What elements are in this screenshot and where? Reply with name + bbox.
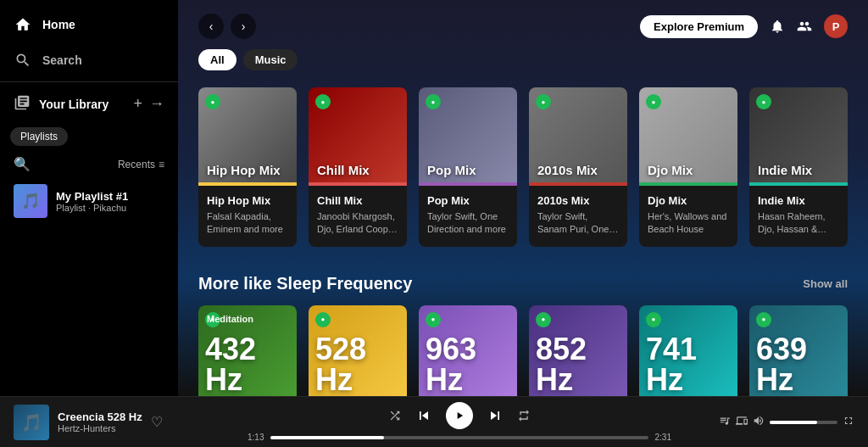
player-controls: 1:13 2:31: [210, 402, 709, 442]
card-name: Djo Mix: [648, 194, 729, 207]
card-label: Djo Mix: [648, 163, 693, 177]
hz-text: 741 Hz: [646, 334, 737, 395]
playlist-info: My Playlist #1 Playlist · Pikachu: [56, 190, 128, 213]
card-bg: ● 528 Hz: [309, 305, 407, 396]
card-indicator: [529, 182, 627, 186]
mix-card-hiphop[interactable]: ● Hip Hop Mix Hip Hop Mix Falsal Kapadia…: [198, 87, 297, 247]
previous-button[interactable]: [415, 407, 432, 424]
hz-text: 852 Hz: [536, 334, 627, 395]
card-bg: ● Indie Mix: [749, 87, 848, 186]
mix-card-2010s[interactable]: ● 2010s Mix 2010s Mix Taylor Swift, Sana…: [529, 87, 627, 247]
card-info: Indie Mix Hasan Raheem, Djo, Hassan & Ro…: [749, 186, 848, 237]
mixes-grid: ● Hip Hop Mix Hip Hop Mix Falsal Kapadia…: [198, 87, 848, 247]
card-label: Pop Mix: [427, 163, 476, 177]
hz-text: 432 Hz: [205, 334, 297, 395]
sleep-card-639[interactable]: ● 639 Hz 639 Hz Meditate with this solfe…: [749, 305, 848, 396]
card-thumbnail: ● 2010s Mix: [529, 87, 627, 186]
card-indicator: [639, 182, 737, 186]
card-thumbnail: ● 963 Hz: [419, 305, 517, 396]
card-desc: Taylor Swift, Sanam Puri, One Direction …: [537, 210, 619, 237]
card-bg: ● 2010s Mix: [529, 87, 627, 186]
card-info: 2010s Mix Taylor Swift, Sanam Puri, One …: [529, 186, 627, 237]
music-filter-pill[interactable]: Music: [243, 49, 298, 70]
playlist-item[interactable]: 🎵 My Playlist #1 Playlist · Pikachu: [0, 177, 178, 225]
explore-premium-button[interactable]: Explore Premium: [640, 15, 758, 38]
playlist-name: My Playlist #1: [56, 190, 128, 203]
mix-card-pop[interactable]: ● Pop Mix Pop Mix Taylor Swift, One Dire…: [419, 87, 517, 247]
card-thumbnail: ● 639 Hz: [749, 305, 848, 396]
sleep-card-528[interactable]: ● 528 Hz 528 Hz 528 Hz solfeggio frequen…: [309, 305, 407, 396]
card-thumbnail: ● 741 Hz: [639, 305, 737, 396]
back-button[interactable]: ‹: [198, 14, 224, 39]
card-desc: Her's, Wallows and Beach House: [648, 210, 729, 237]
card-name: Pop Mix: [427, 194, 509, 207]
card-info: Pop Mix Taylor Swift, One Direction and …: [419, 186, 517, 237]
mix-card-djo[interactable]: ● Djo Mix Djo Mix Her's, Wallows and Bea…: [639, 87, 737, 247]
card-name: 2010s Mix: [537, 194, 619, 207]
playlist-meta: Playlist · Pikachu: [56, 203, 128, 213]
home-icon: [14, 15, 32, 34]
next-button[interactable]: [487, 407, 504, 424]
library-actions: + →: [133, 95, 164, 113]
show-all-button[interactable]: Show all: [803, 277, 848, 290]
notifications-button[interactable]: [770, 19, 785, 34]
card-thumbnail: ● Hip Hop Mix: [198, 87, 297, 186]
mix-card-chill[interactable]: ● Chill Mix Chill Mix Janoobi Khargosh, …: [309, 87, 407, 247]
forward-button[interactable]: ›: [231, 14, 256, 39]
sleep-card-852[interactable]: ● 852 Hz 852 Hz Solfeggio tones to harmo…: [529, 305, 627, 396]
play-pause-button[interactable]: [446, 402, 473, 429]
all-filter-pill[interactable]: All: [198, 49, 236, 70]
arrow-library-button[interactable]: →: [149, 95, 164, 113]
sleep-section-header: More like Sleep Frequency Show all: [198, 274, 848, 293]
like-button[interactable]: ♡: [151, 414, 163, 430]
track-name: Creencia 528 Hz: [58, 411, 142, 423]
sleep-section: More like Sleep Frequency Show all ● Med…: [178, 267, 868, 396]
now-playing-info: Creencia 528 Hz Hertz-Hunters: [58, 411, 142, 433]
progress-bar-container: 1:13 2:31: [248, 433, 671, 442]
artist-name: Hertz-Hunters: [58, 423, 142, 433]
people-button[interactable]: [797, 19, 812, 34]
volume-button[interactable]: [753, 415, 765, 429]
card-info: Djo Mix Her's, Wallows and Beach House: [639, 186, 737, 237]
mix-card-indie[interactable]: ● Indie Mix Indie Mix Hasan Raheem, Djo,…: [749, 87, 848, 247]
sleep-card-741[interactable]: ● 741 Hz 741 Hz A soothing solfeggio fre…: [639, 305, 737, 396]
total-time: 2:31: [655, 433, 671, 442]
fullscreen-button[interactable]: [843, 415, 854, 429]
hz-text: 963 Hz: [426, 334, 517, 395]
queue-button[interactable]: [719, 415, 731, 429]
shuffle-button[interactable]: [388, 409, 402, 422]
card-indicator: [309, 182, 407, 186]
search-label: Search: [42, 53, 82, 67]
user-avatar-button[interactable]: P: [824, 14, 848, 38]
mixes-section: ● Hip Hop Mix Hip Hop Mix Falsal Kapadia…: [178, 81, 868, 260]
sleep-card-432[interactable]: ● Meditation 432 Hz 432 Hz Meditation A …: [198, 305, 297, 396]
card-thumbnail: ● 528 Hz: [309, 305, 407, 396]
card-info: Chill Mix Janoobi Khargosh, Djo, Erland …: [309, 186, 407, 237]
add-library-button[interactable]: +: [133, 95, 142, 113]
progress-track[interactable]: [270, 436, 648, 439]
library-search-icon[interactable]: 🔍: [14, 156, 31, 172]
devices-button[interactable]: [736, 415, 748, 429]
playlists-filter-button[interactable]: Playlists: [10, 127, 68, 146]
card-indicator: [419, 182, 517, 186]
filter-pills: All Music: [178, 46, 868, 81]
spotify-icon: ●: [646, 312, 661, 327]
sidebar-item-home[interactable]: Home: [0, 7, 178, 42]
repeat-button[interactable]: [517, 409, 531, 422]
sidebar: Home Search Your Library + → Playlists: [0, 0, 178, 396]
sleep-card-963[interactable]: ● 963 Hz 963 Hz Crystal Clear Solfeggio …: [419, 305, 517, 396]
right-controls: [719, 415, 854, 429]
card-bg: ● 741 Hz: [639, 305, 737, 396]
card-bg: ● 852 Hz: [529, 305, 627, 396]
sidebar-item-search[interactable]: Search: [0, 42, 178, 78]
sidebar-divider: [0, 81, 178, 82]
card-bg: ● 963 Hz: [419, 305, 517, 396]
card-thumbnail: ● Meditation 432 Hz: [198, 305, 297, 396]
volume-slider[interactable]: [770, 421, 837, 424]
spotify-icon: ●: [315, 312, 331, 327]
card-name: Chill Mix: [317, 194, 398, 207]
card-label: Indie Mix: [758, 163, 812, 177]
card-label: Chill Mix: [317, 163, 370, 177]
card-thumbnail: ● 852 Hz: [529, 305, 627, 396]
recents-label[interactable]: Recents ≡: [118, 159, 164, 170]
